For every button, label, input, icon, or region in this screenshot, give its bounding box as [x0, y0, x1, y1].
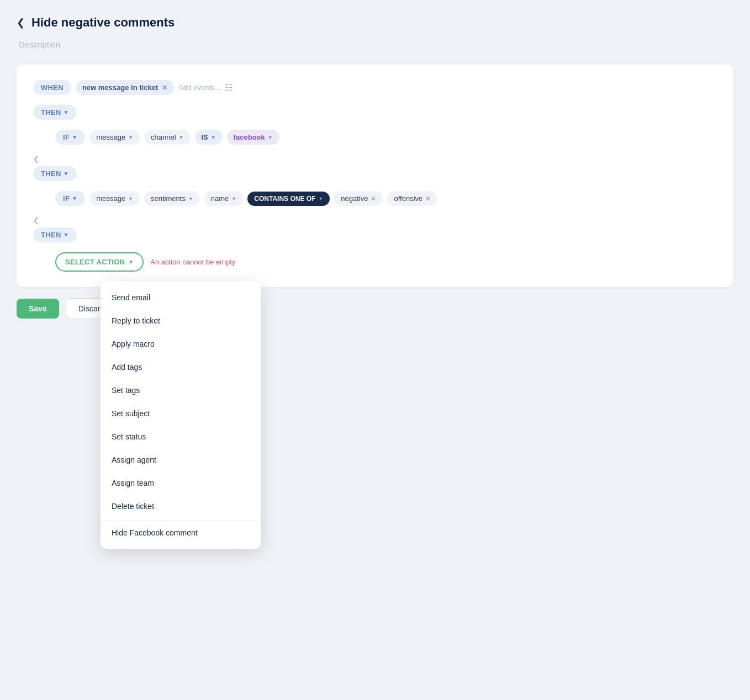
rule-section: WHEN new message in ticket ✕ Add events.…: [17, 65, 733, 287]
dropdown-item-set-tags[interactable]: Set tags: [101, 379, 261, 402]
section-chevron[interactable]: ❮: [33, 155, 39, 163]
condition2-subject[interactable]: message ▼: [89, 191, 140, 206]
offensive-remove-icon[interactable]: ✕: [425, 195, 431, 203]
section-divider-2: ❮: [33, 216, 717, 224]
dropdown-item-hide-facebook[interactable]: Hide Facebook comment: [101, 520, 261, 544]
event-pill[interactable]: new message in ticket ✕: [76, 80, 174, 95]
event-remove-icon[interactable]: ✕: [162, 84, 167, 92]
action-row: SELECT ACTION ▼ An action cannot be empt…: [55, 252, 717, 272]
select-action-label: SELECT ACTION: [65, 258, 125, 266]
subject-arrow-2: ▼: [128, 196, 133, 201]
property-arrow-1: ▼: [179, 135, 184, 140]
description-placeholder[interactable]: Description: [17, 40, 733, 49]
subject-arrow-1: ▼: [128, 135, 133, 140]
negative-remove-icon[interactable]: ✕: [371, 195, 376, 203]
value-arrow-1: ▼: [268, 135, 273, 140]
collapse-icon[interactable]: ❮: [17, 17, 25, 29]
then-badge-1: THEN ▼: [33, 105, 77, 120]
then-row-1: THEN ▼: [33, 105, 717, 120]
if-badge-1: IF ▼: [55, 130, 85, 145]
condition1-operator[interactable]: IS ▼: [195, 130, 223, 145]
if-chevron-1[interactable]: ▼: [72, 134, 77, 140]
when-row: WHEN new message in ticket ✕ Add events.…: [33, 80, 717, 95]
select-action-button[interactable]: SELECT ACTION ▼: [55, 252, 144, 272]
action-dropdown-menu: Send email Reply to ticket Apply macro A…: [101, 282, 261, 549]
if-condition-1-row: IF ▼ message ▼ channel ▼ IS ▼ facebook ▼: [55, 130, 717, 145]
then-badge-3: THEN ▼: [33, 227, 77, 242]
dropdown-item-set-status[interactable]: Set status: [101, 425, 261, 448]
condition2-property[interactable]: sentiments ▼: [144, 191, 200, 206]
dropdown-item-delete-ticket[interactable]: Delete ticket: [101, 495, 261, 518]
save-button[interactable]: Save: [17, 299, 59, 319]
add-events-input[interactable]: Add events...: [178, 83, 220, 92]
then-chevron-1[interactable]: ▼: [64, 109, 69, 115]
if-condition-2-row: IF ▼ message ▼ sentiments ▼ name ▼ CONTA…: [55, 191, 717, 206]
property-arrow-2: ▼: [188, 196, 193, 201]
value-offensive-pill[interactable]: offensive ✕: [387, 191, 437, 206]
section-chevron-2[interactable]: ❮: [33, 216, 39, 224]
page-title: Hide negative comments: [31, 15, 175, 30]
condition2-operator[interactable]: CONTAINS ONE OF ▼: [247, 192, 330, 206]
condition1-value[interactable]: facebook ▼: [227, 130, 279, 145]
template-icon[interactable]: ☷: [225, 82, 233, 93]
event-label: new message in ticket: [82, 83, 158, 92]
dropdown-item-add-tags[interactable]: Add tags: [101, 356, 261, 379]
dropdown-item-send-email[interactable]: Send email: [101, 286, 261, 309]
action-error: An action cannot be empty: [150, 258, 235, 266]
then-action-row: THEN ▼: [33, 227, 717, 242]
dropdown-item-reply-ticket[interactable]: Reply to ticket: [101, 309, 261, 332]
condition1-property[interactable]: channel ▼: [144, 130, 190, 145]
then-badge-2: THEN ▼: [33, 166, 77, 181]
if-chevron-2[interactable]: ▼: [72, 195, 77, 201]
dropdown-item-set-subject[interactable]: Set subject: [101, 402, 261, 425]
then-row-2: THEN ▼: [33, 166, 717, 181]
then-chevron-3[interactable]: ▼: [64, 232, 69, 238]
operator-arrow-1: ▼: [211, 135, 216, 140]
section-divider: ❮: [33, 155, 717, 163]
page-container: ❮ Hide negative comments Description WHE…: [17, 11, 733, 319]
value-negative-pill[interactable]: negative ✕: [334, 191, 383, 206]
select-action-arrow: ▼: [128, 259, 134, 265]
operator-arrow-2: ▼: [318, 196, 323, 201]
condition1-subject[interactable]: message ▼: [89, 130, 140, 145]
condition2-subproperty[interactable]: name ▼: [204, 191, 243, 206]
then-chevron-2[interactable]: ▼: [64, 171, 69, 177]
dropdown-item-apply-macro[interactable]: Apply macro: [101, 332, 261, 356]
dropdown-item-assign-team[interactable]: Assign team: [101, 471, 261, 495]
dropdown-item-assign-agent[interactable]: Assign agent: [101, 448, 261, 471]
subproperty-arrow-2: ▼: [231, 196, 236, 201]
if-badge-2: IF ▼: [55, 191, 85, 206]
when-badge: WHEN: [33, 80, 71, 95]
header-row: ❮ Hide negative comments: [17, 11, 733, 30]
